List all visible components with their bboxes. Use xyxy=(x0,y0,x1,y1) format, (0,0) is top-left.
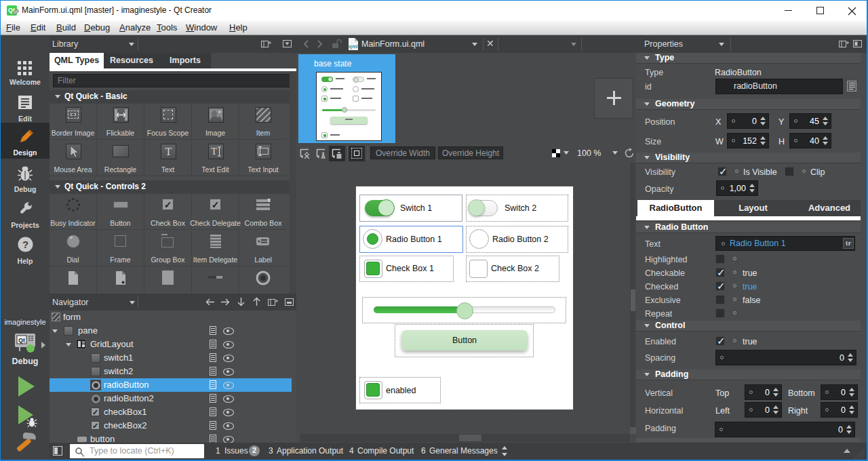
svg-text:Qt: Qt xyxy=(18,337,25,344)
svg-text:A: A xyxy=(321,153,326,159)
svg-text:?: ? xyxy=(22,239,28,250)
svg-text:qml: qml xyxy=(349,43,357,49)
